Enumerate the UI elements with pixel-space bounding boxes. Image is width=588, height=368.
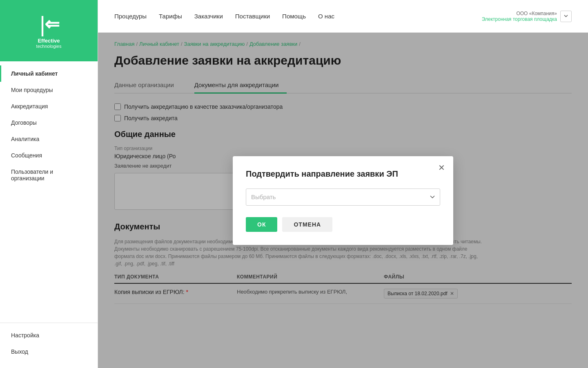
chevron-down-icon [564,15,568,18]
modal-dialog: ✕ Подтвердить направление заявки ЭП Выбр… [233,156,453,245]
sidebar-item-users[interactable]: Пользователи и организации [0,164,98,186]
modal-ok-button[interactable]: ОК [246,217,277,232]
sidebar-item-settings[interactable]: Настройка [0,327,98,343]
logo-area: | ⇐ Effective technologies [0,0,98,61]
nav-link-procedures[interactable]: Процедуры [114,13,147,20]
logo-name: Effective [38,38,60,44]
modal-actions: ОК ОТМЕНА [246,217,440,232]
sidebar-nav: Личный кабинет Мои процедуры Аккредитаци… [0,61,98,323]
nav-link-suppliers[interactable]: Поставщики [235,13,270,20]
sidebar-bottom: Настройка Выход [0,323,98,368]
modal-select[interactable]: Выбрать [246,188,440,206]
select-chevron-icon [430,195,435,199]
sidebar-item-analytics[interactable]: Аналитика [0,131,98,147]
modal-overlay: ✕ Подтвердить направление заявки ЭП Выбр… [98,33,588,368]
modal-select-placeholder: Выбрать [251,193,276,200]
sidebar: | ⇐ Effective technologies Личный кабине… [0,0,98,368]
sidebar-item-logout[interactable]: Выход [0,343,98,360]
modal-title: Подтвердить направление заявки ЭП [246,169,440,179]
nav-link-customers[interactable]: Заказчики [194,13,223,20]
top-nav-links: Процедуры Тарифы Заказчики Поставщики По… [114,13,334,20]
sidebar-item-procedures[interactable]: Мои процедуры [0,82,98,98]
modal-cancel-button[interactable]: ОТМЕНА [282,217,332,232]
nav-link-help[interactable]: Помощь [282,13,306,20]
sidebar-item-messages[interactable]: Сообщения [0,147,98,164]
user-info: ООО «Компания» Электронная торговая площ… [482,11,557,22]
main-area: Процедуры Тарифы Заказчики Поставщики По… [98,0,588,368]
sidebar-item-personal[interactable]: Личный кабинет [0,65,98,82]
modal-close-button[interactable]: ✕ [438,163,445,173]
logo-icon: | ⇐ [40,13,58,35]
top-nav: Процедуры Тарифы Заказчики Поставщики По… [98,0,588,33]
logo-sub: technologies [36,44,62,49]
modal-select-wrapper: Выбрать [246,188,440,206]
company-name: ООО «Компания» [482,11,557,16]
platform-label: Электронная торговая площадка [482,16,557,22]
sidebar-item-accreditation[interactable]: Аккредитация [0,98,98,114]
content-area: Главная / Личный кабинет / Заявки на акк… [98,33,588,368]
user-area: ООО «Компания» Электронная торговая площ… [482,11,572,22]
user-dropdown-button[interactable] [560,11,572,22]
sidebar-item-contracts[interactable]: Договоры [0,114,98,131]
nav-link-about[interactable]: О нас [318,13,334,20]
nav-link-tariffs[interactable]: Тарифы [159,13,182,20]
